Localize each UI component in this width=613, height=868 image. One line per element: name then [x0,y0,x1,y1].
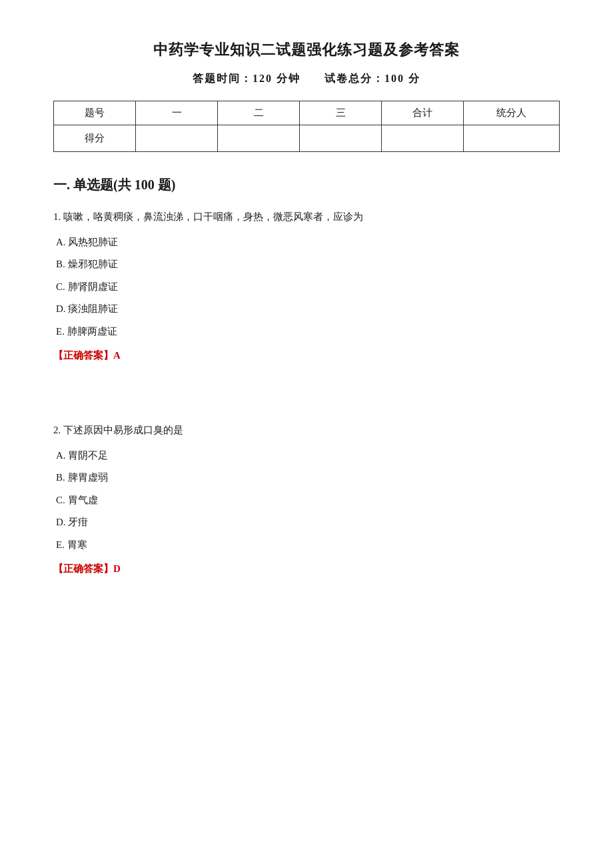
question-2-text: 2. 下述原因中易形成口臭的是 [53,422,560,439]
question-1-option-d: D. 痰浊阻肺证 [56,301,560,318]
section1-title: 一. 单选题(共 100 题) [53,176,560,194]
question-2-option-a: A. 胃阴不足 [56,447,560,465]
question-2-answer-block: 【正确答案】D [53,563,560,575]
table-header-cell: 统分人 [464,101,560,125]
spacer-1 [53,382,560,422]
question-1-option-b: B. 燥邪犯肺证 [56,256,560,273]
page-title: 中药学专业知识二试题强化练习题及参考答案 [53,40,560,60]
question-1-option-c: C. 肺肾阴虚证 [56,279,560,296]
exam-time-label: 答题时间：120 分钟 [193,73,301,84]
score-cell-1 [136,125,218,152]
score-cell-total [382,125,464,152]
score-row-label: 得分 [54,125,136,152]
question-2-answer-value: D [113,563,121,574]
exam-info: 答题时间：120 分钟 试卷总分：100 分 [53,72,560,86]
exam-score-label: 试卷总分：100 分 [324,73,420,84]
question-2-option-e: E. 胃寒 [56,537,560,554]
question-1-answer-label: 【正确答案】 [53,350,113,361]
question-1-option-a: A. 风热犯肺证 [56,234,560,251]
question-block-1: 1. 咳嗽，咯黄稠痰，鼻流浊涕，口干咽痛，身热，微恶风寒者，应诊为 A. 风热犯… [53,209,560,362]
score-cell-3 [300,125,382,152]
table-header-cell: 三 [300,101,382,125]
table-header-cell: 一 [136,101,218,125]
question-2-option-c: C. 胃气虚 [56,492,560,509]
score-cell-person [464,125,560,152]
question-1-option-e: E. 肺脾两虚证 [56,323,560,341]
question-1-answer-block: 【正确答案】A [53,349,560,362]
table-score-row: 得分 [54,125,560,152]
table-header-cell: 二 [218,101,300,125]
table-header-cell: 合计 [382,101,464,125]
score-table: 题号 一 二 三 合计 统分人 得分 [53,101,560,152]
question-1-text: 1. 咳嗽，咯黄稠痰，鼻流浊涕，口干咽痛，身热，微恶风寒者，应诊为 [53,209,560,226]
question-2-option-d: D. 牙疳 [56,514,560,531]
question-2-answer-label: 【正确答案】 [53,563,113,574]
table-header-row: 题号 一 二 三 合计 统分人 [54,101,560,125]
question-block-2: 2. 下述原因中易形成口臭的是 A. 胃阴不足 B. 脾胃虚弱 C. 胃气虚 D… [53,422,560,575]
question-1-answer-value: A [113,350,121,361]
table-header-cell: 题号 [54,101,136,125]
question-2-option-b: B. 脾胃虚弱 [56,469,560,487]
score-cell-2 [218,125,300,152]
